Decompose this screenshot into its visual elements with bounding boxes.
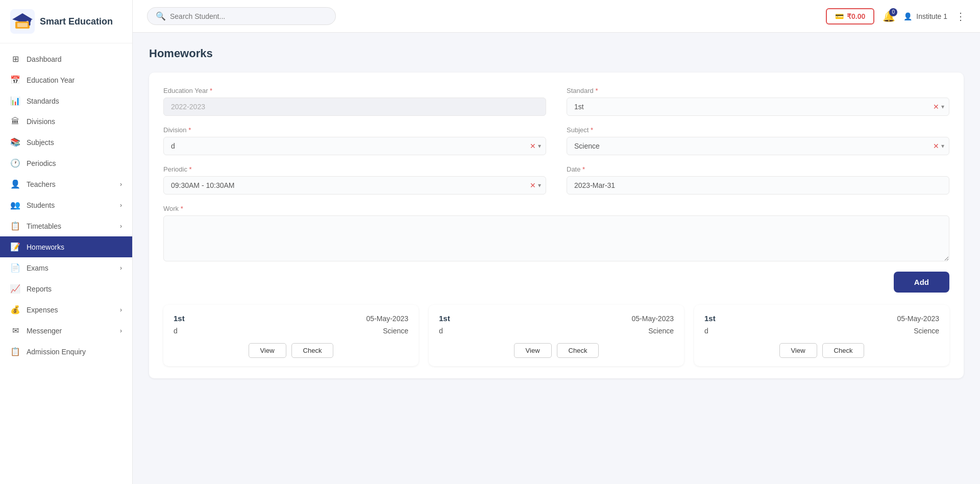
notification-button[interactable]: 🔔 0 — [883, 10, 895, 22]
nav-label-timetables: Timetables — [27, 222, 61, 230]
education-year-group: Education Year * — [163, 87, 546, 116]
sidebar-item-teachers[interactable]: 👤 Teachers › — [0, 174, 132, 195]
user-icon: 👤 — [903, 12, 912, 20]
search-input[interactable] — [170, 12, 327, 20]
standard-label: Standard * — [567, 87, 949, 94]
sidebar-item-subjects[interactable]: 📚 Subjects — [0, 132, 132, 153]
sidebar-item-divisions[interactable]: 🏛 Divisions — [0, 111, 132, 132]
sidebar-item-education-year[interactable]: 📅 Education Year — [0, 69, 132, 90]
check-button[interactable]: Check — [822, 343, 865, 358]
sidebar-item-periodics[interactable]: 🕐 Periodics — [0, 153, 132, 174]
homework-cards-grid: 1st 05-May-2023 d Science View Check 1st… — [163, 305, 949, 366]
nav-label-expenses: Expenses — [27, 306, 58, 314]
nav-icon-students: 👥 — [10, 200, 20, 210]
work-textarea[interactable] — [163, 215, 949, 261]
sidebar-item-timetables[interactable]: 📋 Timetables › — [0, 215, 132, 236]
search-wrap: 🔍 — [147, 7, 336, 25]
standard-select[interactable]: 1st — [567, 98, 949, 116]
check-button[interactable]: Check — [291, 343, 334, 358]
view-button[interactable]: View — [514, 343, 552, 358]
work-label: Work * — [163, 205, 949, 212]
nav-icon-admission-enquiry: 📋 — [10, 347, 20, 356]
sidebar-item-standards[interactable]: 📊 Standards — [0, 90, 132, 111]
balance-button[interactable]: 💳 ₹0.00 — [826, 8, 874, 25]
nav-arrow-timetables: › — [120, 223, 122, 230]
hw-card-header: 1st 05-May-2023 — [174, 314, 408, 323]
periodic-select-wrap: 09:30AM - 10:30AM ✕ ▾ — [163, 176, 546, 195]
nav-icon-homeworks: 📝 — [10, 242, 20, 252]
nav-icon-standards: 📊 — [10, 96, 20, 106]
periodic-select[interactable]: 09:30AM - 10:30AM — [163, 176, 546, 195]
hw-date: 05-May-2023 — [632, 314, 674, 323]
hw-standard: 1st — [174, 314, 185, 323]
division-label: Division * — [163, 126, 546, 134]
date-label: Date * — [567, 165, 949, 173]
nav-arrow-teachers: › — [120, 181, 122, 188]
sidebar-item-admission-enquiry[interactable]: 📋 Admission Enquiry — [0, 341, 132, 362]
sidebar-item-dashboard[interactable]: ⊞ Dashboard — [0, 49, 132, 69]
homework-card: 1st 05-May-2023 d Science View Check — [429, 305, 684, 366]
hw-standard: 1st — [439, 314, 450, 323]
subject-label: Subject * — [567, 126, 949, 134]
sidebar-item-homeworks[interactable]: 📝 Homeworks — [0, 236, 132, 257]
nav-arrow-messenger: › — [120, 327, 122, 334]
homework-form-card: Education Year * Standard * 1st ✕ — [149, 72, 964, 378]
subject-select[interactable]: Science — [567, 137, 949, 155]
topbar: 🔍 💳 ₹0.00 🔔 0 👤 Institute 1 ⋮ — [133, 0, 980, 33]
nav-arrow-exams: › — [120, 264, 122, 272]
date-group: Date * — [567, 165, 949, 195]
hw-division: d — [439, 327, 443, 335]
sidebar-item-students[interactable]: 👥 Students › — [0, 195, 132, 215]
balance-amount: ₹0.00 — [847, 12, 865, 20]
view-button[interactable]: View — [779, 343, 817, 358]
hw-date: 05-May-2023 — [897, 314, 940, 323]
nav-label-periodics: Periodics — [27, 159, 56, 167]
division-select-wrap: d ✕ ▾ — [163, 137, 546, 155]
subject-group: Subject * Science ✕ ▾ — [567, 126, 949, 155]
nav-label-exams: Exams — [27, 264, 48, 272]
nav-label-dashboard: Dashboard — [27, 55, 62, 63]
nav-arrow-expenses: › — [120, 306, 122, 313]
nav-icon-messenger: ✉ — [10, 326, 20, 335]
nav-label-homeworks: Homeworks — [27, 243, 64, 251]
add-button[interactable]: Add — [894, 272, 949, 293]
sidebar-item-expenses[interactable]: 💰 Expenses › — [0, 299, 132, 320]
homework-card: 1st 05-May-2023 d Science View Check — [163, 305, 419, 366]
check-button[interactable]: Check — [557, 343, 599, 358]
hw-card-info: d Science — [704, 327, 939, 335]
svg-rect-5 — [29, 20, 31, 26]
user-name: Institute 1 — [916, 12, 947, 20]
form-actions: Add — [163, 272, 949, 293]
education-year-label: Education Year * — [163, 87, 546, 94]
nav-icon-divisions: 🏛 — [10, 117, 20, 126]
sidebar-item-messenger[interactable]: ✉ Messenger › — [0, 320, 132, 341]
sidebar: Smart Education ⊞ Dashboard 📅 Education … — [0, 0, 133, 484]
nav-icon-expenses: 💰 — [10, 305, 20, 314]
hw-card-info: d Science — [174, 327, 408, 335]
hw-card-info: d Science — [439, 327, 674, 335]
division-select[interactable]: d — [163, 137, 546, 155]
nav-label-divisions: Divisions — [27, 117, 55, 126]
education-year-input — [163, 98, 546, 116]
nav-icon-reports: 📈 — [10, 284, 20, 294]
hw-subject: Science — [648, 327, 674, 335]
nav-icon-periodics: 🕐 — [10, 158, 20, 168]
page-title: Homeworks — [149, 47, 964, 60]
hw-subject: Science — [383, 327, 408, 335]
search-icon: 🔍 — [156, 11, 166, 21]
sidebar-item-reports[interactable]: 📈 Reports — [0, 278, 132, 299]
division-group: Division * d ✕ ▾ — [163, 126, 546, 155]
form-grid: Education Year * Standard * 1st ✕ — [163, 87, 949, 261]
sidebar-logo: Smart Education — [0, 0, 132, 43]
logo-icon — [10, 9, 35, 34]
view-button[interactable]: View — [249, 343, 286, 358]
sidebar-item-exams[interactable]: 📄 Exams › — [0, 257, 132, 278]
hw-card-actions: View Check — [704, 343, 939, 358]
nav-arrow-students: › — [120, 202, 122, 209]
more-options-button[interactable]: ⋮ — [955, 10, 966, 22]
hw-subject: Science — [914, 327, 939, 335]
nav-icon-teachers: 👤 — [10, 179, 20, 189]
nav-label-standards: Standards — [27, 97, 59, 105]
user-menu[interactable]: 👤 Institute 1 — [903, 12, 947, 20]
date-input[interactable] — [567, 176, 949, 195]
